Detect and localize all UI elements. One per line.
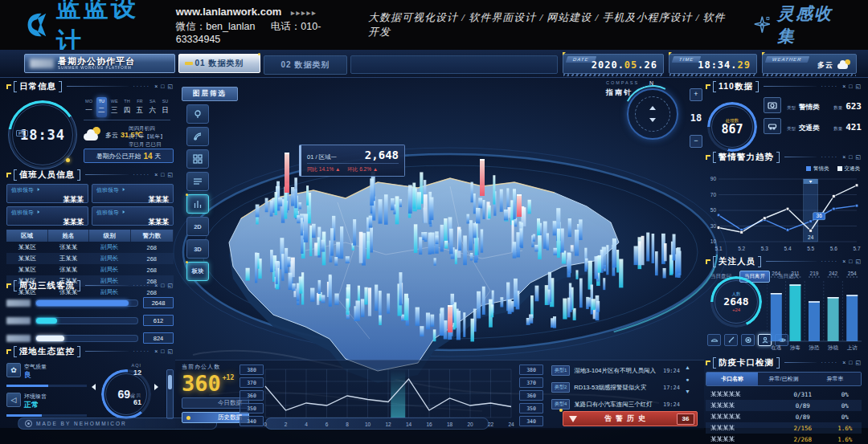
legend-swatch [806,166,811,171]
panel-controls[interactable]: × □ ◱ [154,172,174,178]
table-row[interactable]: 某某区张某某副局长268 [6,264,174,275]
vertical-slider[interactable] [166,369,174,419]
lunar-calendar: 闰四月初四 庚子年【鼠年】 辛巳月 己巳日 [129,124,166,149]
layer-button-barchart[interactable] [186,194,209,214]
duty-leader-cards: 值班领导某某某值班领导某某某值班领导某某某值班领导某某某 [6,184,174,226]
alert-row[interactable]: 类型2RD13-53烟感报警疑似火灾17:24 [551,381,680,393]
flow-bar-track [35,335,138,342]
checkpoint-row[interactable]: 某某某某2/1561.6% [706,422,862,434]
corner-tick-icon [706,84,710,89]
week-day[interactable]: SU日 [160,97,170,117]
table-row[interactable]: 某某区王某某副局长268 [6,253,174,264]
duty-leader-card[interactable]: 值班领导某某某 [6,184,88,203]
checkpoint-count: 0/311 [777,391,829,398]
wechat-text: 微信：ben_lanlan [176,21,256,32]
panel-duty-info: 值班人员信息 ····· × □ ◱ 值班领导某某某值班领导某某某值班领导某某某… [6,169,174,276]
panel-controls[interactable]: × □ ◱ [154,348,174,355]
svg-text:6: 6 [326,422,329,427]
week-day[interactable]: WE三 [109,97,120,117]
clock-indicator-dot [66,158,70,162]
scroll-dot[interactable]: ● [685,377,690,382]
checkpoint-tab[interactable]: 卡口名称 [706,373,758,385]
pen-icon[interactable] [724,334,738,346]
zoom-out-button[interactable]: − [690,135,702,148]
website-link[interactable]: www.lanlanwork.com [176,6,282,18]
checkpoint-name: 某某某某 [706,424,777,432]
cloud-sun-icon [84,128,101,141]
hat-icon[interactable] [707,334,721,346]
inspiration-block[interactable]: 灵感收集 [752,2,847,47]
scroll-up-button[interactable]: ▲ [685,365,690,370]
duty-role: 值班领导 [96,209,169,217]
alert-time: 17:24 [663,385,680,391]
duty-leader-card[interactable]: 值班领导某某某 [92,206,174,226]
redacted-line-label [6,299,31,307]
panel-controls[interactable]: × □ ◱ [842,360,862,366]
layer-button-location[interactable] [186,104,209,124]
svg-text:24: 24 [508,422,514,427]
scroll-down-button[interactable]: ▼ [685,389,690,394]
flow-bar-track [35,299,138,307]
layer-button-plate[interactable]: 板块 [186,262,209,281]
checkpoint-name: 某某某某某 [706,390,777,398]
panel-controls[interactable]: × □ ◱ [842,154,862,161]
duty-leader-card[interactable]: 值班领导某某某 [6,206,88,226]
panel-controls[interactable]: × □ ◱ [154,84,174,90]
checkpoint-row[interactable]: 某某某某0/890% [706,400,862,411]
alert-row[interactable]: 类型1湿地3-104片区有不明人员闯入19:24 [551,365,680,377]
panel-controls[interactable]: × □ ◱ [154,283,174,289]
week-day[interactable]: MO一 [84,97,94,117]
target-icon[interactable] [741,334,755,346]
layer-button-2d[interactable]: 2D [186,217,209,236]
svg-text:涉稳: 涉稳 [827,344,839,351]
panel-title: 湿地生态监控 [14,346,80,357]
panel-controls[interactable]: × □ ◱ [842,84,862,90]
duty-leader-card[interactable]: 值班领导某某某 [92,184,174,203]
tab-data-category-1[interactable]: 01 数据类别 [178,54,260,73]
summer-notice-banner: 暑期办公已开始14天 [84,149,174,163]
panel-controls[interactable]: × □ ◱ [842,259,862,265]
alert-row[interactable]: 类型4某路口有小汽车连闯三个红灯19:24 [551,398,680,410]
layer-button-list[interactable] [186,172,209,191]
dashboard: 暑期办公协作平台 SUMMER WORKING PLATFORM 01 数据类别… [0,50,868,444]
dots-decoration: ····· [821,360,839,365]
camera-icon [764,97,781,113]
checkpoint-tab[interactable]: 异常/已检测 [758,373,809,385]
svg-text:24: 24 [808,234,814,240]
compass-ring[interactable] [627,88,678,140]
week-day[interactable]: SA六 [147,97,158,117]
week-day[interactable]: FR五 [134,97,145,117]
layer-button-grid[interactable] [186,149,209,169]
checkpoint-row[interactable]: 某某某某某0/3110% [706,389,862,400]
layer-button-signal[interactable] [186,127,209,146]
prev-arrow[interactable] [92,384,96,390]
panel-header: 日常信息 ····· × □ ◱ [6,80,174,92]
checkpoint-tab[interactable]: 异常率 [809,373,861,385]
corner-tick-icon [6,283,11,288]
zoom-in-button[interactable]: + [690,88,702,101]
signal-icon [193,132,203,141]
checkpoint-count: 2/268 [777,436,829,443]
week-day[interactable]: TH四 [121,97,132,117]
y-axis-tick: 360 [240,390,264,401]
layer-button-3d[interactable]: 3D [186,239,209,259]
weather-text: 多云 [105,132,118,139]
table-row[interactable]: 某某区张某某副局长268 [6,242,174,253]
table-cell: 张某某 [47,264,88,275]
checkpoint-row[interactable]: 某某某某2/2681.6% [706,434,862,444]
corner-tick-icon [706,360,710,365]
redacted-line-label [6,317,31,324]
top-banner: 蓝蓝设计 www.lanlanwork.com ▸▸▸▸▸ 微信：ben_lan… [0,0,868,50]
checkpoint-row[interactable]: 某某某某某0/890% [706,411,862,422]
panel-title: 日常信息 [14,81,62,92]
alert-history-button[interactable]: 告警历史 36 [563,411,698,426]
panel-title: 110数据 [713,81,759,92]
week-day[interactable]: TU二 [96,97,107,117]
panel-eco-monitor: 湿地生态监控 ····· × □ ◱ ✿ 空气质量 良 AQI 12 ◁ 环境噪… [6,345,174,419]
platform-title-plate: 暑期办公协作平台 SUMMER WORKING PLATFORM [24,54,175,73]
svg-text:涉恐: 涉恐 [809,344,821,351]
next-arrow[interactable] [154,384,158,390]
tab-data-category-2[interactable]: 02 数据类别 [264,55,347,75]
made-by-text: MADE BY NEHOMMICOR [36,421,127,426]
platform-subtitle: SUMMER WORKING PLATFORM [58,67,135,71]
